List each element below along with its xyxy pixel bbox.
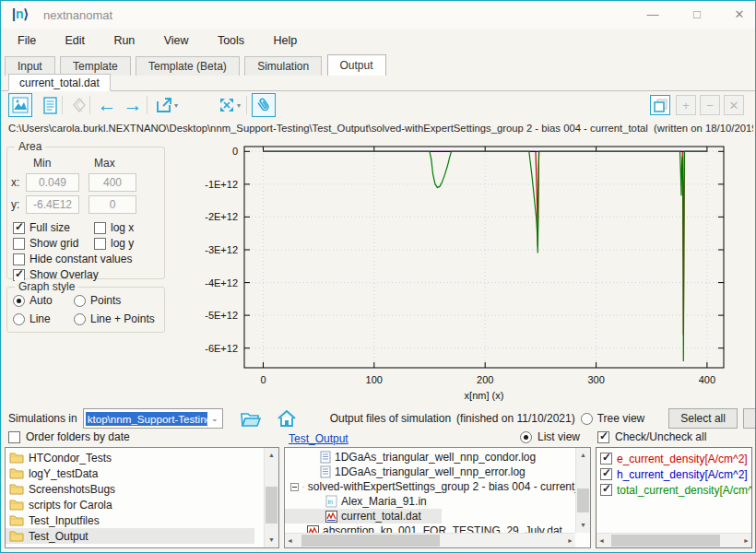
x-max-field[interactable]: 400	[89, 173, 136, 192]
tree-horizontal-scrollbar[interactable]: ◄ ►	[285, 533, 575, 547]
main-tabstrip: Input Template Template (Beta) Simulatio…	[5, 54, 388, 75]
plot-area[interactable]: 01002003004000-1E+12-2E+12-3E+12-4E+12-5…	[171, 139, 751, 402]
forward-button[interactable]: →	[121, 93, 145, 117]
tree-view-radio[interactable]	[581, 413, 593, 425]
tab-template-beta[interactable]: Template (Beta)	[136, 56, 240, 76]
folder-item[interactable]: ScreenshotsBugs	[6, 481, 278, 497]
scroll-down-icon[interactable]: ▼	[265, 533, 278, 547]
collapse-expander-icon[interactable]	[290, 483, 299, 491]
single-window-button[interactable]	[650, 95, 670, 115]
folder-item[interactable]: Test_Inputfiles	[6, 512, 278, 528]
check-uncheck-all-checkbox[interactable]	[597, 431, 609, 443]
legend-horizontal-scrollbar[interactable]: ◄ ►	[597, 533, 751, 547]
arrow-right-icon: →	[124, 96, 143, 114]
dataset-checkbox[interactable]	[600, 484, 612, 496]
back-button[interactable]: ←	[95, 93, 119, 117]
tree-item-dat-selected[interactable]: current_total.dat	[285, 509, 442, 524]
auto-radio[interactable]	[13, 295, 25, 307]
home-button[interactable]	[277, 409, 297, 428]
dataset-checkbox[interactable]	[600, 468, 612, 480]
line-radio[interactable]	[13, 313, 25, 325]
y-max-field[interactable]: 0	[89, 195, 136, 214]
hide-constant-checkbox[interactable]	[13, 253, 25, 265]
dataset-checkbox[interactable]	[600, 453, 612, 465]
tab-simulation[interactable]: Simulation	[244, 56, 322, 76]
maximize-button[interactable]: □	[683, 5, 711, 25]
export-button[interactable]	[152, 93, 176, 117]
menu-edit[interactable]: Edit	[53, 29, 99, 53]
zoom-in-button-disabled[interactable]: +	[676, 95, 696, 115]
attach-overlay-button[interactable]	[252, 93, 276, 117]
text-document-icon	[42, 97, 58, 114]
tree-item-folder-expanded[interactable]: solved-withExpertSettings_group 2 - bias…	[285, 479, 590, 494]
list-view-label: List view	[537, 430, 580, 443]
show-text-button[interactable]	[38, 93, 62, 117]
tab-output[interactable]: Output	[327, 54, 386, 76]
dataset-item[interactable]: e_current_density[A/cm^2]	[597, 451, 751, 466]
tab-template[interactable]: Template	[60, 56, 131, 76]
scroll-right-icon[interactable]: ►	[567, 534, 573, 548]
dataset-item[interactable]: total_current_density[A/cm^2]	[597, 482, 751, 498]
select-all-button[interactable]: Select all	[668, 408, 738, 429]
browse-folder-button[interactable]	[240, 410, 262, 428]
minimize-button[interactable]: —	[639, 5, 667, 25]
show-plot-button[interactable]	[8, 93, 32, 117]
export-dropdown-caret[interactable]: ▾	[174, 101, 178, 110]
show-grid-checkbox[interactable]	[13, 238, 25, 250]
tree-item-input-file[interactable]: inAlex_Maria_91.in	[285, 494, 590, 509]
folders-vertical-scrollbar[interactable]: ▲ ▼	[264, 448, 278, 547]
log-y-checkbox[interactable]	[94, 238, 106, 250]
scroll-right-icon[interactable]: ►	[743, 534, 750, 548]
folder-item[interactable]: scripts for Carola	[6, 497, 278, 512]
app-window: |n⟩ nextnanomat — □ ✕ File Edit Run View…	[0, 0, 756, 553]
close-view-button-disabled[interactable]: ✕	[724, 95, 744, 115]
scroll-left-icon[interactable]: ◄	[598, 534, 605, 548]
tab-input[interactable]: Input	[5, 56, 55, 76]
test-output-link[interactable]: Test_Output	[289, 432, 348, 445]
close-button[interactable]: ✕	[726, 5, 753, 25]
scroll-up-icon[interactable]: ▲	[576, 448, 590, 463]
tree-vertical-scrollbar[interactable]: ▲ ▼	[575, 448, 590, 533]
none-button[interactable]: None	[743, 408, 756, 429]
show-grid-label: Show grid	[30, 237, 78, 250]
menu-view[interactable]: View	[151, 29, 202, 53]
list-view-radio[interactable]	[520, 431, 532, 443]
folder-item[interactable]: logY_testData	[6, 465, 278, 481]
y-min-field[interactable]: -6.4E12	[26, 195, 79, 214]
line-points-radio[interactable]	[74, 313, 86, 325]
menu-run[interactable]: Run	[100, 29, 148, 53]
scroll-thumb[interactable]	[266, 487, 278, 524]
show-overlay-checkbox[interactable]	[13, 269, 25, 281]
dataset-item[interactable]: h_current_density[A/cm^2]	[597, 466, 751, 482]
layers-icon	[70, 96, 89, 114]
order-folders-checkbox[interactable]	[8, 431, 20, 443]
tab-current-total-dat[interactable]: current_total.dat	[8, 74, 111, 91]
chevron-down-icon[interactable]: ⌄	[207, 414, 222, 423]
fit-view-dropdown-caret[interactable]: ▾	[237, 101, 241, 110]
expand-arrows-icon	[218, 96, 236, 114]
scroll-thumb[interactable]	[301, 535, 440, 547]
scroll-left-icon[interactable]: ◄	[287, 534, 293, 548]
full-size-checkbox[interactable]	[13, 222, 25, 234]
menu-file[interactable]: File	[5, 29, 49, 53]
scroll-up-icon[interactable]: ▲	[265, 448, 278, 463]
zoom-out-button-disabled[interactable]: −	[700, 95, 720, 115]
overlay-pages-button-disabled[interactable]	[67, 93, 91, 117]
new-window-icon	[654, 99, 667, 112]
scroll-down-icon[interactable]: ▼	[576, 518, 590, 533]
log-x-checkbox[interactable]	[94, 222, 106, 234]
fit-view-button[interactable]	[215, 93, 239, 117]
folder-item-selected[interactable]: Test_Output	[6, 528, 254, 544]
points-radio[interactable]	[74, 295, 86, 307]
scroll-thumb[interactable]	[611, 535, 720, 547]
tree-item-log[interactable]: 1DGaAs_triangular_well_nnp_condor.log	[285, 450, 590, 465]
svg-text:0: 0	[260, 374, 266, 385]
tree-item-log[interactable]: 1DGaAs_triangular_well_nnp_error.log	[285, 465, 590, 479]
folder-item[interactable]: HTCondor_Tests	[6, 450, 278, 465]
x-min-field[interactable]: 0.049	[26, 173, 79, 192]
menu-help[interactable]: Help	[260, 29, 310, 53]
line-label: Line	[30, 312, 51, 325]
menu-tools[interactable]: Tools	[205, 29, 257, 53]
simulations-folder-combo[interactable]: ktop\nnm_Support-Testing ⌄	[83, 408, 223, 429]
scroll-thumb[interactable]	[577, 488, 589, 512]
